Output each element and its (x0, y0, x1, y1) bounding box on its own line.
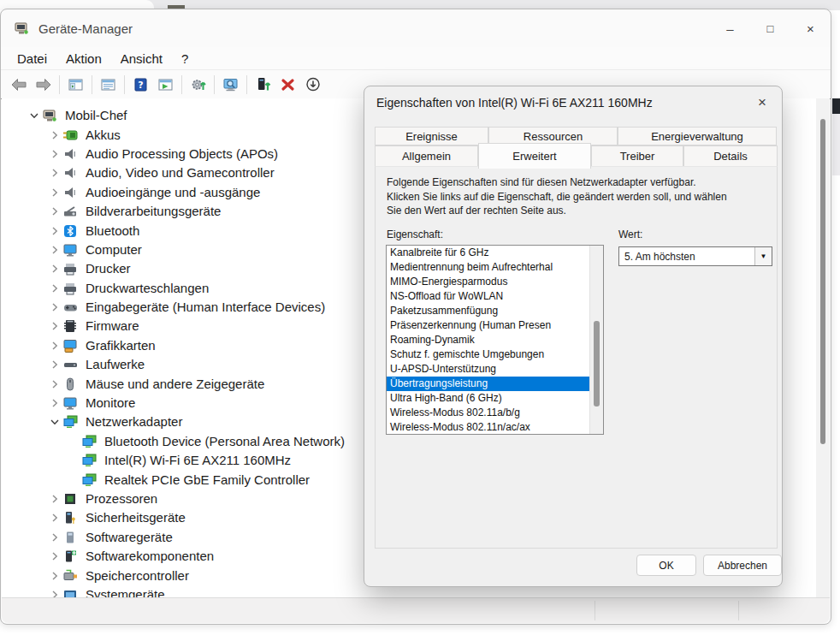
tree-item-label: Bildverarbeitungsgeräte (86, 205, 221, 218)
chevron-right-icon[interactable] (46, 339, 63, 353)
disable-device-icon[interactable] (301, 73, 324, 96)
tree-item-label: Firmware (86, 319, 139, 333)
chevron-right-icon[interactable] (46, 511, 63, 525)
property-listbox[interactable]: Kanalbreite für 6 GHzMedientrennung beim… (386, 245, 604, 435)
title-bar: Geräte-Manager – □ × (1, 9, 831, 47)
tree-item[interactable]: Systemgeräte (2, 585, 815, 598)
description-line: Folgende Eigenschaften sind für diesen N… (387, 175, 727, 190)
chevron-right-icon[interactable] (46, 531, 63, 544)
chevron-right-icon[interactable] (46, 205, 63, 218)
firmware-icon (63, 319, 80, 333)
property-list-item[interactable]: Roaming-Dynamik (387, 333, 603, 347)
property-list-item[interactable]: Übertragungsleistung (387, 377, 603, 391)
chevron-right-icon[interactable] (46, 243, 63, 257)
property-label: Eigenschaft: (387, 228, 443, 240)
dialog-title: Eigenschaften von Intel(R) Wi-Fi 6E AX21… (376, 96, 653, 110)
property-list-item[interactable]: U-APSD-Unterstützung (387, 362, 603, 377)
chevron-down-icon[interactable] (26, 109, 43, 122)
console-tree-icon[interactable] (64, 73, 87, 96)
chevron-right-icon[interactable] (46, 166, 63, 180)
cancel-button[interactable]: Abbrechen (703, 555, 782, 576)
menu-item-aktion[interactable]: Aktion (56, 50, 111, 68)
update-driver-icon[interactable] (186, 73, 210, 96)
chevron-right-icon[interactable] (46, 569, 63, 583)
listbox-scrollbar[interactable] (589, 246, 603, 434)
property-list-item[interactable]: Paketzusammenfügung (387, 304, 603, 318)
chevron-right-icon[interactable] (46, 319, 63, 333)
tree-item-label: Prozessoren (86, 492, 157, 506)
property-list-item[interactable]: Schutz f. gemischte Umgebungen (387, 347, 603, 362)
chevron-right-icon[interactable] (46, 549, 63, 563)
tree-item-label: Akkus (86, 128, 121, 142)
chevron-right-icon[interactable] (46, 282, 63, 295)
value-dropdown[interactable]: 5. Am höchsten ▼ (618, 246, 772, 266)
storage-icon (63, 569, 80, 583)
property-list-item[interactable]: Kanalbreite für 6 GHz (387, 246, 603, 260)
menu-item-ansicht[interactable]: Ansicht (111, 50, 172, 68)
chevron-right-icon[interactable] (46, 377, 63, 391)
tree-scrollbar[interactable] (816, 98, 830, 598)
chevron-right-icon[interactable] (46, 492, 63, 506)
back-icon[interactable] (7, 73, 30, 96)
tab-row-2: AllgemeinErweitertTreiberDetails (375, 145, 778, 167)
properties-icon[interactable] (97, 73, 120, 96)
tree-item-label: Drucker (86, 262, 131, 276)
property-list-item[interactable]: Wireless-Modus 802.11a/b/g (387, 406, 603, 420)
driver-software-icon[interactable] (251, 73, 275, 96)
tree-item-label: Realtek PCIe GbE Family Controller (104, 473, 310, 487)
chevron-right-icon[interactable] (46, 224, 63, 238)
tree-item-label: Softwarekomponenten (86, 549, 214, 563)
tree-item-label: Druckwarteschlangen (86, 282, 209, 295)
chevron-down-icon[interactable] (46, 415, 63, 429)
tree-item-label: Intel(R) Wi-Fi 6E AX211 160MHz (104, 454, 291, 467)
chevron-right-icon[interactable] (46, 396, 63, 410)
tab-allgemein[interactable]: Allgemein (375, 145, 478, 167)
chevron-right-icon[interactable] (46, 262, 63, 276)
tree-item-label: Bluetooth Device (Personal Area Network) (104, 435, 345, 448)
property-list-item[interactable]: Präsenzerkennung (Human Presen (387, 318, 603, 333)
tab-ereignisse[interactable]: Ereignisse (375, 127, 488, 145)
cpu-icon (63, 492, 80, 506)
mouse-icon (63, 377, 80, 391)
tab-treiber[interactable]: Treiber (591, 145, 683, 167)
menu-item-datei[interactable]: Datei (8, 50, 56, 68)
forward-icon[interactable] (32, 73, 55, 96)
printer-icon (63, 282, 80, 295)
property-list-item[interactable]: Ultra High-Band (6 GHz) (387, 391, 603, 406)
uninstall-icon[interactable] (276, 73, 299, 96)
toolbar-separator (92, 75, 92, 94)
gpu-icon (63, 339, 80, 353)
network-adapter-icon (82, 435, 98, 448)
close-icon[interactable]: × (790, 9, 831, 47)
audio-icon (63, 186, 80, 199)
chevron-right-icon[interactable] (46, 128, 63, 142)
imaging-icon (63, 205, 80, 218)
tree-item-label: Netzwerkadapter (86, 415, 182, 429)
property-list-item[interactable]: Medientrennung beim Aufrechterhal (387, 260, 603, 275)
action-pane-icon[interactable] (154, 73, 177, 96)
chevron-right-icon[interactable] (46, 300, 63, 314)
tree-scrollbar-thumb[interactable] (820, 119, 825, 444)
help-icon[interactable]: ? (129, 73, 152, 96)
monitor-icon (63, 243, 80, 257)
chevron-right-icon[interactable] (46, 358, 63, 371)
maximize-icon[interactable]: □ (750, 9, 790, 47)
property-list-item[interactable]: NS-Offload für WoWLAN (387, 289, 603, 304)
tab-details[interactable]: Details (683, 145, 778, 167)
tab-energieverwaltung[interactable]: Energieverwaltung (618, 127, 777, 145)
menu-item-help[interactable]: ? (172, 50, 198, 68)
minimize-icon[interactable]: – (710, 9, 750, 47)
tab-description: Folgende Eigenschaften sind für diesen N… (387, 175, 727, 218)
property-list-item[interactable]: MIMO-Energiesparmodus (387, 275, 603, 289)
dropdown-arrow-icon[interactable]: ▼ (754, 247, 772, 265)
chevron-right-icon[interactable] (46, 147, 63, 161)
tab-erweitert[interactable]: Erweitert (478, 143, 591, 169)
ok-button[interactable]: OK (636, 555, 696, 576)
chevron-right-icon[interactable] (46, 186, 63, 199)
listbox-scrollbar-thumb[interactable] (594, 321, 600, 407)
property-list-item[interactable]: Wireless-Modus 802.11n/ac/ax (387, 420, 603, 435)
caption-buttons: – □ × (710, 9, 831, 47)
scan-hardware-icon[interactable] (219, 73, 242, 96)
dialog-close-icon[interactable]: × (751, 92, 773, 114)
window-title: Geräte-Manager (38, 21, 133, 36)
